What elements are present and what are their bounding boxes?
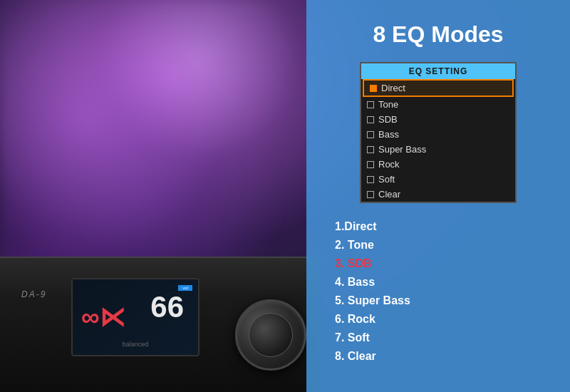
device-lcd-screen: ∞⋉ 66 vol balanced bbox=[71, 278, 200, 356]
eq-screen-label-7: Soft bbox=[378, 174, 395, 185]
eq-list-item-3[interactable]: 3. SDB bbox=[335, 254, 542, 273]
lcd-balanced-label: balanced bbox=[123, 341, 149, 348]
eq-list-item-8[interactable]: 8. Clear bbox=[335, 347, 542, 366]
eq-screen-items-container: DirectToneSDBBassSuper BassRockSoftClear bbox=[361, 79, 515, 202]
device-model-label: DA-9 bbox=[21, 289, 46, 299]
eq-screen-label-5: Super Bass bbox=[378, 144, 426, 155]
eq-screen-item-8[interactable]: Clear bbox=[361, 187, 515, 202]
eq-list-item-2[interactable]: 2. Tone bbox=[335, 236, 542, 254]
eq-screen-label-1: Direct bbox=[381, 83, 405, 93]
eq-checkbox-8 bbox=[367, 191, 374, 198]
eq-screen: EQ SETTING DirectToneSDBBassSuper BassRo… bbox=[360, 62, 517, 203]
eq-screen-item-6[interactable]: Rock bbox=[361, 157, 515, 172]
eq-list-item-4[interactable]: 4. Bass bbox=[335, 273, 542, 292]
eq-screen-label-4: Bass bbox=[378, 129, 399, 140]
eq-screen-item-7[interactable]: Soft bbox=[361, 172, 515, 187]
eq-checkbox-4 bbox=[367, 131, 374, 138]
eq-checkbox-2 bbox=[367, 101, 374, 108]
eq-screen-item-5[interactable]: Super Bass bbox=[361, 142, 515, 157]
eq-screen-item-2[interactable]: Tone bbox=[361, 97, 515, 112]
eq-checkbox-5 bbox=[367, 146, 374, 153]
eq-screen-label-3: SDB bbox=[378, 114, 398, 125]
device-front-panel: ∞⋉ 66 vol balanced bbox=[0, 257, 321, 392]
eq-list-item-5[interactable]: 5. Super Bass bbox=[335, 292, 542, 310]
eq-numbered-list: 1.Direct2. Tone3. SDB4. Bass5. Super Bas… bbox=[321, 217, 556, 366]
eq-screen-label-2: Tone bbox=[378, 99, 398, 110]
eq-checkbox-3 bbox=[367, 116, 374, 123]
eq-checkbox-6 bbox=[367, 161, 374, 168]
eq-screen-label-6: Rock bbox=[378, 159, 400, 170]
lcd-vol-indicator: vol bbox=[178, 285, 192, 291]
eq-list-item-7[interactable]: 7. Soft bbox=[335, 329, 542, 347]
lcd-infinity-symbol: ∞⋉ bbox=[81, 304, 125, 330]
eq-screen-label-8: Clear bbox=[378, 189, 400, 200]
eq-screen-header: EQ SETTING bbox=[361, 63, 515, 79]
eq-panel: 8 EQ Modes EQ SETTING DirectToneSDBBassS… bbox=[306, 0, 570, 392]
eq-checkbox-1 bbox=[370, 85, 377, 92]
eq-panel-title: 8 EQ Modes bbox=[373, 21, 503, 48]
eq-screen-item-3[interactable]: SDB bbox=[361, 112, 515, 127]
eq-list-item-1[interactable]: 1.Direct bbox=[335, 217, 542, 236]
eq-screen-item-1[interactable]: Direct bbox=[363, 79, 514, 97]
volume-knob[interactable] bbox=[235, 299, 306, 371]
lcd-content: ∞⋉ 66 vol balanced bbox=[73, 279, 198, 355]
lcd-volume-number: 66 bbox=[150, 290, 184, 324]
eq-screen-item-4[interactable]: Bass bbox=[361, 127, 515, 142]
eq-list-item-6[interactable]: 6. Rock bbox=[335, 310, 542, 329]
eq-checkbox-7 bbox=[367, 176, 374, 183]
